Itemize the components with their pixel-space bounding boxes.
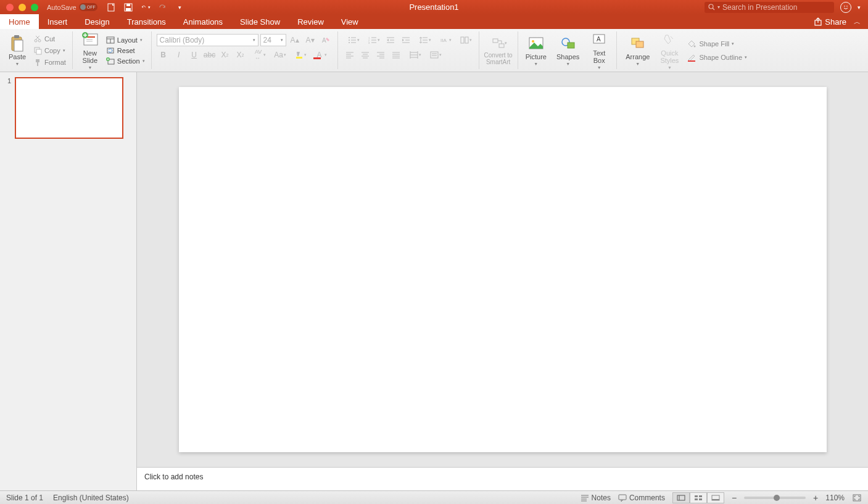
reading-view-button[interactable] — [707, 492, 724, 503]
bold-button[interactable]: B — [157, 49, 170, 61]
slide-canvas-viewport[interactable] — [137, 72, 868, 467]
layout-icon — [106, 36, 115, 44]
align-right-button[interactable] — [374, 49, 387, 61]
increase-font-icon[interactable]: A▴ — [288, 34, 302, 46]
share-button[interactable]: Share — [814, 17, 846, 27]
redo-icon[interactable] — [158, 2, 168, 12]
view-mode-buttons — [672, 492, 724, 503]
qat-customize-icon[interactable]: ▾ — [175, 2, 185, 12]
change-case-button[interactable]: Aa — [270, 49, 288, 61]
zoom-slider[interactable] — [744, 497, 806, 499]
clear-formatting-icon[interactable]: A — [319, 34, 333, 46]
svg-text:IIA: IIA — [440, 38, 447, 43]
zoom-level[interactable]: 110% — [825, 494, 845, 502]
italic-button[interactable]: I — [172, 49, 186, 61]
tab-home[interactable]: Home — [0, 14, 39, 29]
reset-button[interactable]: Reset — [105, 46, 146, 55]
canvas-area: Click to add notes — [137, 72, 868, 490]
feedback-icon[interactable] — [840, 2, 851, 13]
paintbrush-icon — [33, 58, 42, 67]
close-window-button[interactable] — [6, 4, 14, 11]
thumbnail-row[interactable]: 1 — [5, 77, 131, 139]
zoom-in-button[interactable]: + — [813, 493, 818, 503]
svg-rect-17 — [36, 49, 41, 54]
decrease-indent-button[interactable] — [384, 34, 397, 46]
shape-fill-button[interactable]: Shape Fill▾ — [687, 39, 747, 48]
comments-button[interactable]: Comments — [618, 494, 665, 502]
slide-counter[interactable]: Slide 1 of 1 — [6, 494, 43, 502]
font-family-select[interactable]: Calibri (Body)▾ — [157, 34, 258, 46]
text-direction-button[interactable]: IIA — [435, 34, 453, 46]
columns-button[interactable] — [455, 34, 474, 46]
new-slide-button[interactable]: New Slide ▼ — [78, 30, 102, 71]
undo-icon[interactable]: ▾ — [141, 2, 151, 12]
file-icon[interactable] — [106, 2, 116, 12]
notes-toggle-button[interactable]: Notes — [581, 494, 611, 502]
paste-button[interactable]: Paste ▼ — [5, 33, 30, 67]
svg-rect-104 — [695, 495, 698, 497]
svg-point-4 — [709, 4, 713, 9]
slide-canvas[interactable] — [179, 87, 827, 452]
superscript-button[interactable]: X2 — [218, 49, 232, 61]
align-center-button[interactable] — [358, 49, 372, 61]
svg-point-95 — [694, 45, 696, 47]
svg-rect-10 — [14, 35, 19, 38]
align-text-button[interactable] — [425, 49, 444, 61]
zoom-out-button[interactable]: − — [732, 493, 737, 503]
numbering-button[interactable]: 123 — [363, 34, 382, 46]
font-size-select[interactable]: 24▾ — [260, 34, 286, 46]
picture-button[interactable]: Picture▼ — [523, 33, 549, 67]
autosave-control[interactable]: AutoSave OFF — [47, 3, 97, 11]
increase-indent-button[interactable] — [399, 34, 413, 46]
minimize-window-button[interactable] — [19, 4, 26, 11]
normal-view-button[interactable] — [672, 492, 690, 503]
text-box-button[interactable]: A Text Box ▼ — [587, 30, 611, 71]
convert-smartart-button[interactable] — [488, 36, 509, 51]
tab-review[interactable]: Review — [289, 14, 333, 29]
copy-button[interactable]: Copy▾ — [32, 46, 67, 56]
bullets-button[interactable] — [343, 34, 362, 46]
tab-insert[interactable]: Insert — [39, 14, 76, 29]
feedback-dropdown-icon[interactable]: ▾ — [858, 4, 861, 10]
shapes-button[interactable]: Shapes▼ — [554, 33, 582, 67]
svg-rect-82 — [431, 52, 438, 58]
tab-slide-show[interactable]: Slide Show — [231, 14, 289, 29]
language-indicator[interactable]: English (United States) — [53, 494, 129, 502]
slide-thumbnails-panel[interactable]: 1 — [0, 72, 137, 490]
fit-to-window-button[interactable] — [852, 494, 862, 502]
slide-sorter-view-button[interactable] — [690, 492, 707, 503]
line-spacing-button[interactable] — [415, 34, 433, 46]
font-color-button[interactable]: A — [310, 49, 329, 61]
slide-thumbnail[interactable] — [15, 77, 123, 139]
svg-point-37 — [349, 37, 350, 38]
decrease-font-icon[interactable]: A▾ — [304, 34, 317, 46]
distributed-button[interactable] — [405, 49, 423, 61]
notes-pane[interactable]: Click to add notes — [137, 467, 868, 490]
tab-view[interactable]: View — [333, 14, 367, 29]
underline-button[interactable]: U — [188, 49, 201, 61]
autosave-toggle[interactable]: OFF — [79, 3, 97, 11]
arrange-button[interactable]: Arrange▼ — [623, 33, 652, 67]
subscript-button[interactable]: X2 — [234, 49, 247, 61]
strikethrough-button[interactable]: abc — [203, 49, 217, 61]
section-button[interactable]: Section▾ — [105, 57, 146, 65]
shape-outline-button[interactable]: Shape Outline▾ — [687, 53, 747, 62]
search-box[interactable]: ▾ Search in Presentation — [705, 2, 834, 13]
character-spacing-button[interactable]: AV↔ — [249, 49, 268, 61]
maximize-window-button[interactable] — [31, 4, 38, 11]
format-painter-button[interactable]: Format — [32, 57, 67, 67]
save-icon[interactable] — [123, 2, 133, 12]
zoom-slider-thumb[interactable] — [774, 495, 780, 501]
align-left-button[interactable] — [343, 49, 357, 61]
tab-design[interactable]: Design — [76, 14, 118, 29]
svg-rect-106 — [695, 498, 698, 500]
tab-transitions[interactable]: Transitions — [118, 14, 175, 29]
cut-button[interactable]: Cut — [32, 34, 67, 44]
highlight-button[interactable] — [290, 49, 308, 61]
smartart-group: Convert to SmartArt — [479, 31, 518, 69]
collapse-ribbon-icon[interactable]: ︿ — [854, 17, 861, 27]
tab-animations[interactable]: Animations — [175, 14, 231, 29]
justify-button[interactable] — [389, 49, 403, 61]
quick-styles-button[interactable]: Quick Styles ▼ — [657, 30, 682, 71]
layout-button[interactable]: Layout▾ — [105, 36, 146, 44]
